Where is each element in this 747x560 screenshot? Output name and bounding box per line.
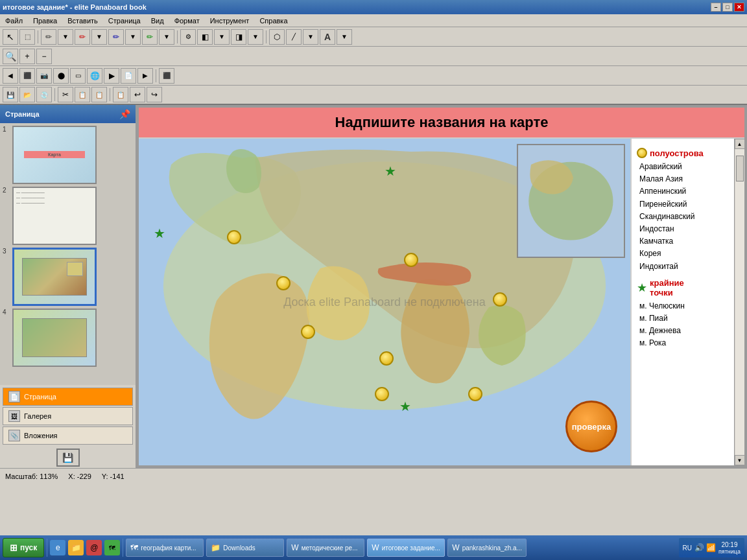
menu-help[interactable]: Справка [257,16,290,26]
check-badge[interactable]: проверка [565,401,617,452]
quicklaunch-ie[interactable]: e [50,540,65,555]
itog-item-label: итоговое задание... [382,544,440,552]
screen-button[interactable]: ▭ [70,68,86,84]
pin-icon[interactable]: 📌 [119,109,130,119]
media-icon: ▶ [109,71,115,80]
map-dot-2[interactable] [276,276,290,290]
map-dot-6[interactable] [379,351,394,366]
eraser2-button[interactable]: ◨ [231,29,246,45]
menu-view[interactable]: Вид [148,16,167,26]
pen3-button[interactable]: ✏ [108,29,124,45]
line-button[interactable]: ╱ [286,29,302,45]
taskbar-item-methodical[interactable]: W методические ре... [287,539,364,557]
scroll-thumb[interactable] [736,156,744,181]
sidebar-pages[interactable]: 1 Карта 2 — —————— — —————— — —————— [0,123,136,385]
page-thumb-4[interactable] [12,309,97,367]
line-dropdown[interactable]: ▼ [303,29,318,45]
sidebar: Страница 📌 1 Карта 2 — —————— [0,105,136,468]
quicklaunch-folder[interactable]: 📁 [68,540,84,555]
shape-button[interactable]: ⬡ [269,29,285,45]
toolbar-4: 💾 📂 💿 ✂ 📋 📋 📋 ↩ ↪ [0,86,747,105]
extra1-button[interactable]: ⬛ [159,68,174,84]
page-2-number: 2 [3,187,10,194]
text-dropdown[interactable]: ▼ [337,29,352,45]
pen3-dropdown[interactable]: ▼ [125,29,141,45]
minimize-button[interactable]: – [711,3,721,12]
scroll-track[interactable] [735,149,744,455]
gallery-nav-icon: 🖼 [8,410,20,422]
web-button[interactable]: 🌐 [87,68,102,84]
itog-item-icon: W [372,543,379,552]
arrow-icon: ↖ [6,32,14,42]
menu-page[interactable]: Страница [106,16,143,26]
methodical-item-icon: W [291,543,298,552]
paste-button[interactable]: 📋 [91,87,107,102]
copy-button[interactable]: 📋 [75,87,90,102]
map-area[interactable]: Доска elite Panaboard не подключена [139,139,630,465]
pen2-dropdown[interactable]: ▼ [91,29,107,45]
gear-button[interactable]: ⚙ [180,29,196,45]
map-dot-4[interactable] [493,292,507,307]
media-button[interactable]: ▶ [104,68,119,84]
map-star-2[interactable]: ★ [154,227,165,240]
undo-button[interactable]: ↩ [130,87,145,102]
watermark: Доска elite Panaboard не подключена [283,296,486,309]
zoom-minus-button[interactable]: − [36,49,52,64]
zoom-plus-button[interactable]: + [19,49,35,64]
sidebar-gallery-button[interactable]: 🖼 Галерея [3,407,133,425]
menu-format[interactable]: Формат [172,16,202,26]
arrow-tool-button[interactable]: ↖ [3,29,18,45]
pen2-button[interactable]: ✏ [75,29,90,45]
disk-button[interactable]: 💿 [36,87,52,102]
pen4-dropdown[interactable]: ▼ [159,29,174,45]
email-icon: @ [90,543,98,552]
save-button[interactable]: 💾 [3,87,18,102]
maximize-button[interactable]: □ [722,3,733,12]
open-button[interactable]: 📂 [19,87,35,102]
camera-button[interactable]: 📷 [36,68,52,84]
pen1-dropdown[interactable]: ▼ [58,29,73,45]
page-thumb-1[interactable]: Карта [12,126,97,184]
page-thumb-2[interactable]: — —————— — —————— — —————— [12,187,97,245]
map-dot-8[interactable] [468,387,482,401]
map-star-1[interactable]: ★ [385,165,396,178]
taskbar-item-pank[interactable]: W pankrashkina_zh.a... [447,539,527,557]
dropdown-arrow4-icon: ▼ [163,33,170,40]
scroll-up-button[interactable]: ▲ [735,139,745,149]
menu-insert[interactable]: Вставить [65,16,101,26]
eraser1-button[interactable]: ◧ [197,29,213,45]
sidebar-page-button[interactable]: 📄 Страница [3,388,133,406]
pen4-button[interactable]: ✏ [142,29,158,45]
next-page-button[interactable]: ▶ [137,68,153,84]
eraser2-dropdown[interactable]: ▼ [248,29,263,45]
pen1-button[interactable]: ✏ [41,29,56,45]
text-button[interactable]: A [320,29,335,45]
close-button[interactable]: ✕ [734,3,744,12]
quicklaunch-email[interactable]: @ [86,540,102,555]
record-button[interactable]: ⬤ [53,68,69,84]
sidebar-save-button[interactable]: 💾 [56,449,80,467]
menu-tool[interactable]: Инструмент [208,16,252,26]
select-tool-button[interactable]: ⬚ [19,29,35,45]
lang-indicator[interactable]: RU [683,544,692,552]
scroll-down-button[interactable]: ▼ [735,455,745,465]
taskbar-item-itog[interactable]: W итоговое задание... [367,539,445,557]
zoom-in-button[interactable]: 🔍 [3,49,18,64]
page-thumb-3[interactable] [12,248,97,306]
taskbar-item-downloads[interactable]: 📁 Downloads [206,539,284,557]
sidebar-attachments-button[interactable]: 📎 Вложения [3,426,133,445]
menu-file[interactable]: Файл [3,16,25,26]
map-dot-7[interactable] [375,387,389,401]
cut-button[interactable]: ✂ [58,87,73,102]
prev-page-button[interactable]: ◀ [3,68,18,84]
map-star-3[interactable]: ★ [399,400,411,413]
insert-button[interactable]: ⬛ [19,68,35,84]
doc-button[interactable]: 📄 [121,68,136,84]
clipboard-button[interactable]: 📋 [113,87,128,102]
menu-edit[interactable]: Правка [30,16,60,26]
eraser1-dropdown[interactable]: ▼ [214,29,230,45]
taskbar-item-geo[interactable]: 🗺 география карти... [126,539,204,557]
redo-button[interactable]: ↪ [147,87,162,102]
start-button[interactable]: ⊞ пуск [3,538,44,557]
quicklaunch-map[interactable]: 🗺 [104,540,120,555]
